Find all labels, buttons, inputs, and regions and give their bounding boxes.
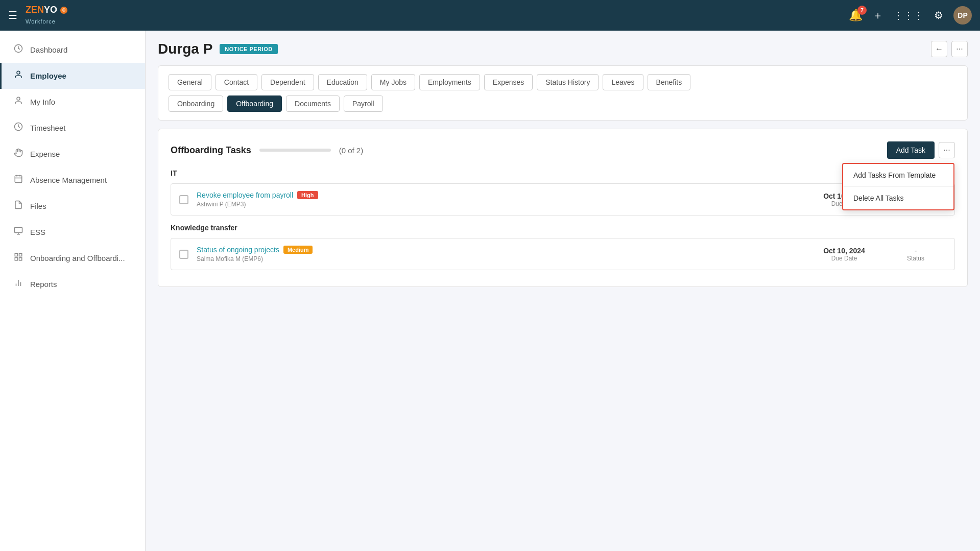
tabs-row1: General Contact Dependent Education My J… [169,74,957,90]
myinfo-icon [14,96,23,108]
sidebar-item-reports[interactable]: Reports [0,271,145,297]
tab-general[interactable]: General [169,74,211,90]
task-row-1: Revoke employee from payroll High Ashwin… [171,183,955,215]
task-checkbox-2[interactable] [179,250,188,259]
nav-right: 🔔 7 ＋ ⋮⋮⋮ ⚙ DP [849,6,972,25]
tab-employments[interactable]: Employments [419,74,480,90]
svg-rect-8 [15,227,22,233]
nav-left: ☰ ZENYO © Workforce [8,5,67,26]
ellipsis-icon: ··· [943,146,950,155]
tasks-progress-bar [259,149,331,152]
add-tasks-from-template-item[interactable]: Add Tasks From Template [843,164,953,187]
apps-grid-icon[interactable]: ⋮⋮⋮ [893,9,924,21]
expense-icon [14,148,23,160]
tab-contact[interactable]: Contact [216,74,257,90]
task-date-label-2: Due Date [803,255,885,262]
task-assignee-1: Ashwini P (EMP3) [197,201,803,208]
sidebar-item-timesheet[interactable]: Timesheet [0,115,145,141]
tab-myjobs[interactable]: My Jobs [371,74,415,90]
more-options-button[interactable]: ··· [951,41,968,57]
sidebar-label-employee: Employee [30,71,66,80]
offboarding-content: Offboarding Tasks (0 of 2) Add Task ··· … [158,129,968,287]
svg-rect-11 [15,253,17,256]
tab-dependent[interactable]: Dependent [261,74,314,90]
sidebar-item-expense[interactable]: Expense [0,141,145,167]
sidebar-item-myinfo[interactable]: My Info [0,89,145,115]
sidebar-item-employee[interactable]: Employee [0,63,145,89]
task-info-1: Revoke employee from payroll High Ashwin… [197,191,803,208]
svg-rect-12 [19,253,22,256]
page-header-right: ← ··· [931,41,968,57]
logo-text: ZENYO © Workforce [26,5,67,26]
svg-point-1 [17,71,20,74]
hamburger-icon[interactable]: ☰ [8,9,17,21]
add-task-button[interactable]: Add Task [887,141,935,159]
task-status-value-2: - [885,247,946,255]
settings-icon[interactable]: ⚙ [934,9,943,21]
tab-payroll[interactable]: Payroll [344,95,383,112]
main-content: Durga P NOTICE PERIOD ← ··· General Cont… [146,31,980,551]
page-title: Durga P [158,41,212,57]
page-header-left: Durga P NOTICE PERIOD [158,41,278,57]
dashboard-icon [14,44,23,56]
tab-leaves[interactable]: Leaves [603,74,643,90]
sidebar-item-files[interactable]: Files [0,193,145,219]
sidebar-label-reports: Reports [30,280,57,289]
tasks-count: (0 of 2) [339,146,364,155]
delete-all-tasks-item[interactable]: Delete All Tasks [843,187,953,209]
sidebar-item-ess[interactable]: ESS [0,219,145,245]
tasks-actions: Add Task ··· Add Tasks From Template Del… [887,141,955,159]
sidebar-label-files: Files [30,202,46,210]
sidebar-label-dashboard: Dashboard [30,45,67,54]
task-status-2: - Status [885,247,946,262]
sidebar: Dashboard Employee My Info Timesheet Exp… [0,31,146,551]
tab-offboarding[interactable]: Offboarding [227,95,282,112]
notification-button[interactable]: 🔔 7 [849,9,863,22]
sidebar-item-dashboard[interactable]: Dashboard [0,37,145,63]
timesheet-icon [14,122,23,134]
logo: ZENYO © Workforce [26,5,67,26]
tab-expenses[interactable]: Expenses [484,74,533,90]
priority-badge-2: Medium [283,246,313,254]
task-row-2: Status of ongoing projects Medium Salma … [171,238,955,270]
task-name-2[interactable]: Status of ongoing projects Medium [197,246,803,254]
section-knowledge: Knowledge transfer Status of ongoing pro… [171,224,955,270]
tasks-title: Offboarding Tasks [171,145,251,156]
tab-documents[interactable]: Documents [286,95,340,112]
back-button[interactable]: ← [931,41,947,57]
sidebar-label-myinfo: My Info [30,98,55,106]
tab-onboarding[interactable]: Onboarding [169,95,223,112]
ess-icon [14,226,23,238]
task-assignee-2: Salma Mofika M (EMP6) [197,255,803,262]
top-navigation: ☰ ZENYO © Workforce 🔔 7 ＋ ⋮⋮⋮ ⚙ DP [0,0,980,31]
more-actions-button[interactable]: ··· Add Tasks From Template Delete All T… [939,142,955,158]
sidebar-item-absence[interactable]: Absence Management [0,167,145,193]
section-knowledge-label: Knowledge transfer [171,224,955,232]
tab-education[interactable]: Education [318,74,367,90]
sidebar-label-expense: Expense [30,150,60,158]
tab-benefits[interactable]: Benefits [648,74,691,90]
files-icon [14,200,23,212]
priority-badge-1: High [297,191,318,199]
tasks-header: Offboarding Tasks (0 of 2) Add Task ··· … [171,141,955,159]
task-due-date-2: Oct 10, 2024 Due Date [803,247,885,262]
dropdown-menu: Add Tasks From Template Delete All Tasks [842,163,954,210]
sidebar-label-absence: Absence Management [30,176,107,184]
reports-icon [14,278,23,290]
page-header: Durga P NOTICE PERIOD ← ··· [158,41,968,57]
section-it-label: IT [171,169,955,177]
sidebar-label-ess: ESS [30,228,45,236]
notification-badge: 7 [857,6,867,15]
task-name-1[interactable]: Revoke employee from payroll High [197,191,803,199]
add-icon[interactable]: ＋ [873,9,883,22]
sidebar-label-timesheet: Timesheet [30,124,65,132]
user-avatar[interactable]: DP [953,6,972,25]
absence-icon [14,174,23,186]
employee-icon [14,70,23,82]
tabs-row2: Onboarding Offboarding Documents Payroll [169,95,957,112]
task-checkbox-1[interactable] [179,195,188,204]
onboarding-icon [14,252,23,264]
svg-rect-14 [15,258,17,260]
tab-status-history[interactable]: Status History [537,74,599,90]
sidebar-item-onboarding[interactable]: Onboarding and Offboardi... [0,245,145,271]
